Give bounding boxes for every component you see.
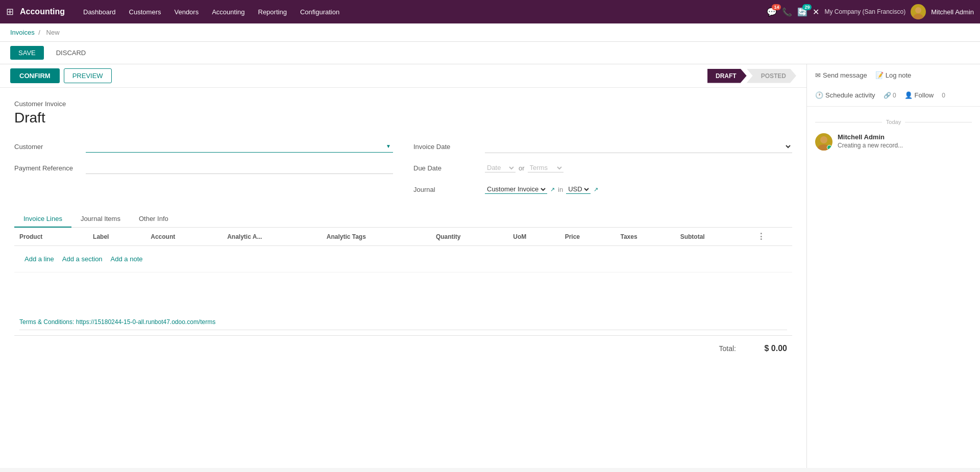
message-count-icon: 🔗 xyxy=(884,92,891,99)
terms-conditions[interactable]: Terms & Conditions: https://15180244-15-… xyxy=(14,313,792,330)
tab-other-info[interactable]: Other Info xyxy=(130,211,178,228)
chatter-actions: ✉ Send message 📝 Log note 🕐 Schedule act… xyxy=(807,64,980,107)
journal-external-link-icon[interactable]: ↗ xyxy=(550,186,555,193)
tabs-bar: Invoice Lines Journal Items Other Info xyxy=(14,211,792,228)
chatter-msg-text: Creating a new record... xyxy=(838,142,972,149)
table-actions: Add a line Add a section Add a note xyxy=(19,250,787,268)
svg-point-3 xyxy=(818,144,830,151)
add-section-button[interactable]: Add a section xyxy=(62,255,103,263)
follow-button[interactable]: 👤 Follow xyxy=(904,89,934,101)
table-empty-row: Add a line Add a section Add a note xyxy=(14,246,792,272)
confirm-button[interactable]: CONFIRM xyxy=(10,68,60,83)
topnav-right: 💬 14 📞 🔄 29 ✕ My Company (San Francisco)… xyxy=(767,4,974,19)
schedule-icon: 🕐 xyxy=(815,91,823,99)
status-bar: CONFIRM PREVIEW DRAFT POSTED xyxy=(0,64,806,88)
top-navigation: ⊞ Accounting Dashboard Customers Vendors… xyxy=(0,0,980,23)
invoice-type-label: Customer Invoice xyxy=(14,100,792,108)
form-fields-row: Customer ▼ Payment Reference Invoice xyxy=(14,138,792,203)
tab-journal-items[interactable]: Journal Items xyxy=(71,211,130,228)
col-price: Price xyxy=(560,228,616,246)
breadcrumb-current: New xyxy=(46,29,60,36)
activity-icon[interactable]: 🔄 29 xyxy=(797,7,807,17)
breadcrumb-separator: / xyxy=(38,29,40,36)
customer-dropdown-arrow[interactable]: ▼ xyxy=(384,143,393,149)
activity-badge: 29 xyxy=(802,4,812,10)
col-menu: ⋮ xyxy=(752,228,792,246)
form-panel: CONFIRM PREVIEW DRAFT POSTED Customer In… xyxy=(0,64,806,468)
menu-customers[interactable]: Customers xyxy=(123,5,167,19)
chatter-msg-content: Mitchell Admin Creating a new record... xyxy=(838,133,972,151)
payment-reference-label: Payment Reference xyxy=(14,164,86,172)
chatter-body: Today Mitchell Admin Creating a new reco… xyxy=(807,107,980,167)
add-line-button[interactable]: Add a line xyxy=(24,255,54,263)
chatter-panel: ✉ Send message 📝 Log note 🕐 Schedule act… xyxy=(806,64,980,468)
menu-reporting[interactable]: Reporting xyxy=(252,5,293,19)
invoice-table: Product Label Account Analytic A... Anal… xyxy=(14,228,792,272)
due-date-field: Due Date Date or Terms xyxy=(413,160,792,176)
col-account: Account xyxy=(145,228,222,246)
followers-count: 0 xyxy=(942,92,945,99)
chatter-msg-user: Mitchell Admin xyxy=(838,133,972,141)
chatter-message: Mitchell Admin Creating a new record... xyxy=(815,133,972,151)
svg-point-1 xyxy=(913,14,923,19)
save-button[interactable]: SAVE xyxy=(10,46,44,60)
preview-button[interactable]: PREVIEW xyxy=(64,68,112,83)
currency-external-link-icon[interactable]: ↗ xyxy=(594,186,598,193)
main-layout: CONFIRM PREVIEW DRAFT POSTED Customer In… xyxy=(0,64,980,468)
total-value: $ 0.00 xyxy=(746,344,787,353)
due-date-select[interactable]: Date xyxy=(485,163,516,172)
col-label: Label xyxy=(88,228,145,246)
company-name: My Company (San Francisco) xyxy=(824,8,905,15)
send-message-icon: ✉ xyxy=(815,71,821,79)
breadcrumb: Invoices / New xyxy=(0,23,980,42)
customer-label: Customer xyxy=(14,143,86,151)
journal-row: Customer Invoice ↗ in USD ↗ xyxy=(485,185,598,194)
due-or-label: or xyxy=(519,164,525,172)
terms-divider xyxy=(19,330,787,330)
journal-select[interactable]: Customer Invoice xyxy=(485,185,547,194)
close-icon[interactable]: ✕ xyxy=(813,7,819,17)
send-message-button[interactable]: ✉ Send message xyxy=(815,69,867,81)
col-analytic-tags: Analytic Tags xyxy=(322,228,431,246)
status-draft[interactable]: DRAFT xyxy=(707,69,747,83)
table-menu-icon[interactable]: ⋮ xyxy=(757,232,765,241)
grid-icon[interactable]: ⊞ xyxy=(6,6,14,17)
menu-configuration[interactable]: Configuration xyxy=(294,5,346,19)
col-analytic-a: Analytic A... xyxy=(222,228,322,246)
invoice-date-select[interactable] xyxy=(485,140,792,153)
tab-invoice-lines[interactable]: Invoice Lines xyxy=(14,211,71,228)
add-note-button[interactable]: Add a note xyxy=(111,255,143,263)
customer-input-wrap: ▼ xyxy=(86,140,393,153)
chatter-avatar xyxy=(815,133,832,151)
menu-accounting[interactable]: Accounting xyxy=(206,5,251,19)
journal-in-label: in xyxy=(558,186,563,193)
avatar[interactable] xyxy=(911,4,926,19)
log-note-button[interactable]: 📝 Log note xyxy=(875,69,912,81)
due-date-row: Date or Terms xyxy=(485,163,564,172)
col-quantity: Quantity xyxy=(431,228,508,246)
phone-icon[interactable]: 📞 xyxy=(782,7,792,17)
due-date-label: Due Date xyxy=(413,164,485,172)
user-name: Mitchell Admin xyxy=(931,8,974,16)
discard-button[interactable]: DISCARD xyxy=(48,46,94,60)
menu-dashboard[interactable]: Dashboard xyxy=(77,5,122,19)
status-posted[interactable]: POSTED xyxy=(747,69,796,83)
menu-vendors[interactable]: Vendors xyxy=(168,5,205,19)
customer-input[interactable] xyxy=(86,140,384,152)
message-count: 🔗 0 xyxy=(884,92,896,99)
total-label: Total: xyxy=(719,344,736,353)
svg-point-0 xyxy=(915,7,921,13)
total-area: Total: $ 0.00 xyxy=(14,335,792,357)
col-uom: UoM xyxy=(508,228,559,246)
form-content: Customer Invoice Draft Customer ▼ Paymen… xyxy=(0,88,806,369)
invoice-title: Draft xyxy=(14,110,792,126)
schedule-activity-button[interactable]: 🕐 Schedule activity xyxy=(815,89,875,101)
journal-field: Journal Customer Invoice ↗ in USD ↗ xyxy=(413,181,792,197)
payment-reference-field: Payment Reference xyxy=(14,160,393,176)
payment-reference-input[interactable] xyxy=(86,162,393,174)
due-terms-select[interactable]: Terms xyxy=(528,163,564,172)
currency-select[interactable]: USD xyxy=(566,185,591,194)
breadcrumb-parent[interactable]: Invoices xyxy=(10,29,35,36)
notifications-icon[interactable]: 💬 14 xyxy=(767,7,777,17)
col-subtotal: Subtotal xyxy=(675,228,752,246)
